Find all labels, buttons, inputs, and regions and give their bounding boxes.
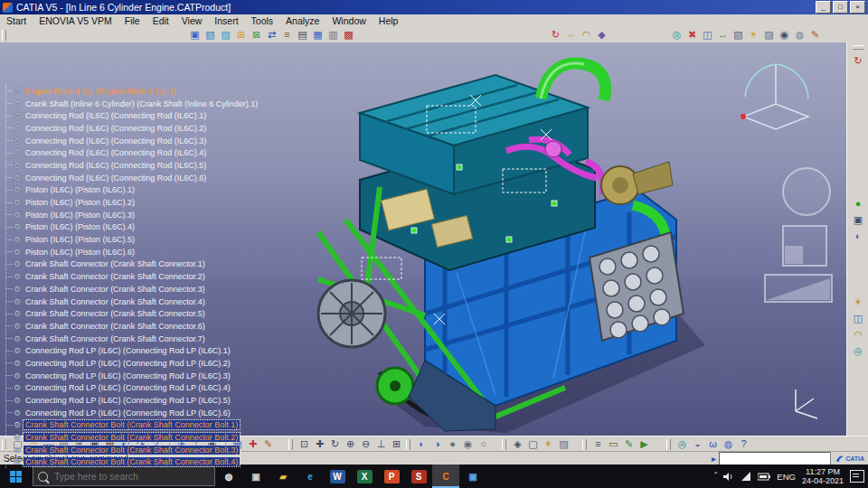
tree-item[interactable]: ⚙ Connecting Rod (IL6C) (Connecting Rod … <box>6 109 259 122</box>
tree-item[interactable]: ⚙ Connecting Rod LP (IL6C) (Connecting R… <box>6 382 259 395</box>
taskbar-excel[interactable]: X <box>351 465 378 488</box>
tree-item[interactable]: ⚙ Connecting Rod LP (IL6C) (Connecting R… <box>6 370 259 382</box>
power-input[interactable] <box>719 452 831 465</box>
fit-all-in-icon[interactable]: ⊡ <box>297 437 312 451</box>
tree-item[interactable]: ⚙ Piston (IL6C) (Piston (IL6C).1) <box>6 184 259 197</box>
lighting-icon[interactable]: ☀ <box>746 28 761 42</box>
tree-item[interactable]: ⚙ Connecting Rod (IL6C) (Connecting Rod … <box>6 159 259 172</box>
wireframe-icon[interactable]: ○ <box>476 437 491 451</box>
rotate-icon[interactable]: ↻ <box>327 437 343 451</box>
taskbar-sql[interactable]: S <box>405 465 432 488</box>
tree-item[interactable]: ⚙ Piston (IL6C) (Piston (IL6C).5) <box>6 233 259 246</box>
shading-icon[interactable]: ● <box>445 437 460 451</box>
toolbar-grip[interactable] <box>853 45 863 50</box>
menu-item[interactable]: ENOVIA V5 VPM <box>33 14 118 27</box>
taskbar-clock[interactable]: 11:27 PM 24-04-2021 <box>802 467 844 485</box>
shading-edges-icon[interactable]: ◉ <box>460 437 476 451</box>
isometric-view-icon[interactable]: ◈ <box>510 437 525 451</box>
3d-viewport[interactable]: ⚙ Engine Block 6 Cy. (Engine Block 6 Cy.… <box>0 42 846 436</box>
manage-representations-icon[interactable]: ▥ <box>326 28 341 42</box>
taskbar-catia[interactable]: C <box>432 465 459 488</box>
mass-properties-icon[interactable]: ◆ <box>594 28 609 42</box>
product-icon[interactable]: ▧ <box>203 28 218 42</box>
ruler-icon[interactable]: ▭ <box>606 437 621 451</box>
pan-icon[interactable]: ✚ <box>312 437 327 451</box>
magnifier-icon[interactable]: ◉ <box>777 28 792 42</box>
lighting-icon[interactable]: ☀ <box>541 437 556 451</box>
camera-icon[interactable]: ▧ <box>731 28 746 42</box>
menu-item[interactable]: Tools <box>245 14 280 27</box>
search-input[interactable] <box>52 470 210 483</box>
generate-numbering-icon[interactable]: ▤ <box>295 28 310 42</box>
hide-show-icon[interactable]: ◐ <box>414 437 429 451</box>
tree-item[interactable]: ⚙ Piston (IL6C) (Piston (IL6C).3) <box>6 209 259 221</box>
swap-visible-space-icon[interactable]: ◑ <box>429 437 445 451</box>
clash-analysis-icon[interactable]: ✖ <box>684 28 700 42</box>
zoom-in-icon[interactable]: ⊕ <box>343 437 358 451</box>
tree-item[interactable]: ⚙ Connecting Rod (IL6C) (Connecting Rod … <box>6 172 259 184</box>
distance-band-icon[interactable]: ↔ <box>715 28 731 42</box>
taskbar-powerpoint[interactable]: P <box>378 465 405 488</box>
annotations-icon[interactable]: ✎ <box>807 28 823 42</box>
maximize-button[interactable]: □ <box>833 1 848 14</box>
tree-item[interactable]: ⚙ Crank Shaft Connector (Crank Shaft Con… <box>6 283 259 296</box>
taskbar-file-explorer[interactable]: ▰ <box>269 465 297 488</box>
sketcher-icon[interactable]: ✎ <box>260 437 276 451</box>
tree-item[interactable]: ⚙ Connecting Rod LP (IL6C) (Connecting R… <box>6 407 259 419</box>
action-center-icon[interactable] <box>850 470 864 483</box>
tree-item[interactable]: ⚙ Engine Block 6 Cy. (Engine Block 6 Cy.… <box>6 85 259 98</box>
part-icon[interactable]: ▨ <box>218 28 233 42</box>
tree-item[interactable]: ⚙ Crank Shaft Connector (Crank Shaft Con… <box>6 296 259 308</box>
compass[interactable] <box>736 53 814 136</box>
menu-item[interactable]: Edit <box>146 14 175 27</box>
tree-item[interactable]: ⚙ Connecting Rod (IL6C) (Connecting Rod … <box>6 122 259 135</box>
depth-effect-icon[interactable]: ▨ <box>761 28 777 42</box>
web-icon[interactable]: ◍ <box>721 437 736 451</box>
macro-play-icon[interactable]: ▶ <box>637 437 652 451</box>
tree-item[interactable]: ⚙ Crank Shaft Connector Bolt (Crank Shaf… <box>6 431 259 444</box>
language-indicator[interactable]: ENG <box>777 472 796 482</box>
cache-icon[interactable]: ◒ <box>690 437 705 451</box>
painter-icon[interactable]: ✎ <box>621 437 637 451</box>
measure-between-icon[interactable]: ⇔ <box>563 28 579 42</box>
menu-item[interactable]: Analyze <box>279 14 326 27</box>
catalog-icon[interactable]: ◎ <box>675 437 690 451</box>
speaker-icon[interactable] <box>723 472 734 482</box>
tree-item[interactable]: ⚙ Piston (IL6C) (Piston (IL6C).2) <box>6 196 259 209</box>
knowledge-icon[interactable]: ω <box>705 437 721 451</box>
menu-item[interactable]: View <box>175 14 209 27</box>
update-icon[interactable]: ↻ <box>849 52 867 69</box>
tree-item[interactable]: ⚙ Crank Shaft Connector (Crank Shaft Con… <box>6 333 259 345</box>
multi-view-icon[interactable]: ⊞ <box>389 437 404 451</box>
measure-icon[interactable]: ◠ <box>849 326 867 343</box>
existing-component-icon[interactable]: ⊞ <box>233 28 249 42</box>
menu-item[interactable]: Help <box>373 14 405 27</box>
tree-item[interactable]: ⚙ Crank Shaft Connector Bolt (Crank Shaf… <box>6 456 259 469</box>
section-icon[interactable]: ◫ <box>849 310 867 326</box>
tree-item[interactable]: ⚙ Connecting Rod LP (IL6C) (Connecting R… <box>6 357 259 370</box>
tree-item[interactable]: ⚙ Crank Shaft Connector (Crank Shaft Con… <box>6 258 259 271</box>
measure-item-icon[interactable]: ◠ <box>579 28 594 42</box>
sectioning-icon[interactable]: ◫ <box>700 28 715 42</box>
battery-icon[interactable] <box>758 473 770 481</box>
apply-material-icon[interactable]: ● <box>849 195 867 211</box>
existing-component-positioned-icon[interactable]: ⊠ <box>249 28 264 42</box>
taskbar-search[interactable] <box>33 466 215 486</box>
catalog-browser-icon[interactable]: ◎ <box>669 28 684 42</box>
taskbar-word[interactable]: W <box>324 465 351 488</box>
update-icon[interactable]: ↻ <box>548 28 563 42</box>
menu-item[interactable]: Window <box>326 14 372 27</box>
tree-item[interactable]: ⚙ Connecting Rod (IL6C) (Connecting Rod … <box>6 135 259 147</box>
tree-item[interactable]: ⚙ Piston (IL6C) (Piston (IL6C).4) <box>6 221 259 234</box>
tree-item[interactable]: ⚙ Connecting Rod LP (IL6C) (Connecting R… <box>6 394 259 407</box>
tree-item[interactable]: ⚙ Piston (IL6C) (Piston (IL6C).6) <box>6 246 259 258</box>
zoom-out-icon[interactable]: ⊖ <box>358 437 373 451</box>
tree-item[interactable]: ⚙ Crank Shaft Connector (Crank Shaft Con… <box>6 307 259 320</box>
toolbar-grip[interactable] <box>2 30 6 41</box>
tree-item[interactable]: ⚙ Crank Shaft Connector Bolt (Crank Shaf… <box>6 444 259 456</box>
normal-view-icon[interactable]: ⊥ <box>373 437 389 451</box>
front-view-icon[interactable]: ▢ <box>525 437 541 451</box>
render-icon[interactable]: ◐ <box>849 228 867 244</box>
camera-icon[interactable]: ▣ <box>849 211 867 228</box>
menu-item[interactable]: Start <box>0 14 33 27</box>
